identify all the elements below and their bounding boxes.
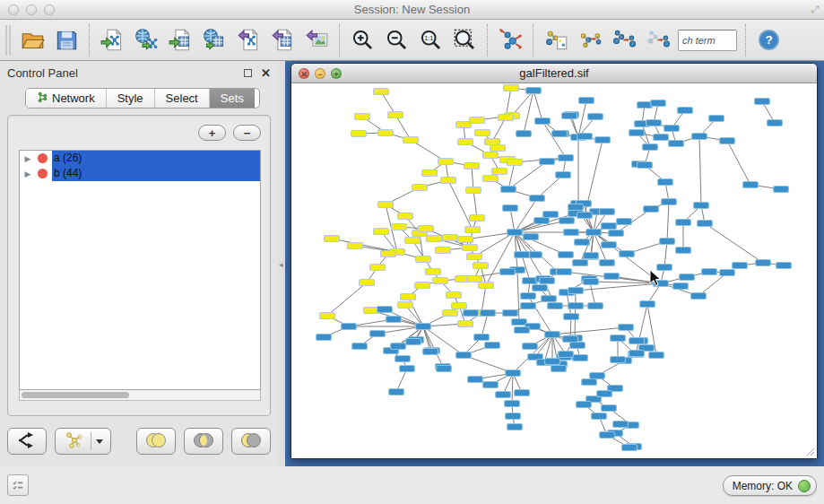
graph-node-blue[interactable]	[584, 253, 599, 259]
graph-node-blue[interactable]	[545, 359, 560, 365]
graph-node-yellow[interactable]	[504, 85, 519, 91]
graph-node-blue[interactable]	[600, 209, 615, 215]
graph-node-yellow[interactable]	[443, 310, 458, 317]
merge-networks-ghost-button[interactable]	[644, 24, 672, 56]
graph-node-yellow[interactable]	[392, 224, 407, 230]
graph-node-blue[interactable]	[317, 335, 332, 341]
graph-node-blue[interactable]	[423, 349, 438, 355]
graph-edge[interactable]	[423, 326, 443, 367]
graph-node-yellow[interactable]	[405, 238, 421, 244]
graph-node-yellow[interactable]	[427, 236, 442, 242]
graph-node-yellow[interactable]	[325, 236, 340, 242]
graph-node-yellow[interactable]	[426, 269, 441, 275]
graph-node-blue[interactable]	[676, 248, 691, 254]
zoom-out-button[interactable]	[382, 24, 411, 56]
intersect-sets-button[interactable]	[184, 428, 223, 455]
graph-node-yellow[interactable]	[441, 178, 456, 184]
graph-node-blue[interactable]	[496, 392, 511, 398]
graph-node-yellow[interactable]	[490, 145, 506, 152]
graph-node-yellow[interactable]	[452, 303, 467, 309]
graph-node-blue[interactable]	[570, 343, 585, 349]
import-table-file-button[interactable]	[166, 24, 195, 56]
import-table-url-button[interactable]	[200, 24, 229, 56]
difference-sets-button[interactable]	[231, 428, 271, 455]
graph-node-blue[interactable]	[638, 162, 653, 169]
tab-select[interactable]: Select	[155, 89, 210, 108]
graph-node-yellow[interactable]	[483, 152, 499, 159]
graph-node-blue[interactable]	[521, 293, 536, 300]
graph-node-blue[interactable]	[680, 274, 695, 281]
graph-node-blue[interactable]	[506, 413, 521, 420]
graph-node-blue[interactable]	[575, 239, 590, 246]
graph-node-yellow[interactable]	[355, 114, 370, 120]
graph-node-blue[interactable]	[568, 288, 584, 294]
graph-node-blue[interactable]	[568, 303, 584, 309]
expand-arrow-icon[interactable]: ▶	[20, 154, 36, 163]
help-button[interactable]: ?	[754, 24, 783, 56]
graph-node-blue[interactable]	[456, 352, 472, 359]
graph-node-blue[interactable]	[720, 138, 735, 144]
graph-node-blue[interactable]	[692, 134, 707, 140]
graph-node-blue[interactable]	[543, 212, 559, 218]
graph-node-blue[interactable]	[545, 332, 560, 338]
graph-edge[interactable]	[705, 223, 763, 263]
network-window-titlebar[interactable]: ✕ − + galFiltered.sif	[291, 64, 817, 83]
save-session-button[interactable]	[52, 24, 81, 56]
graph-node-blue[interactable]	[377, 307, 393, 313]
graph-node-blue[interactable]	[588, 114, 603, 120]
graph-node-blue[interactable]	[483, 382, 499, 388]
scrollbar-thumb[interactable]	[22, 392, 129, 398]
graph-node-yellow[interactable]	[351, 131, 367, 137]
task-history-button[interactable]	[7, 474, 29, 496]
graph-node-yellow[interactable]	[438, 159, 454, 165]
graph-node-blue[interactable]	[676, 220, 691, 226]
graph-node-blue[interactable]	[559, 155, 574, 161]
graph-node-blue[interactable]	[673, 283, 689, 290]
graph-node-blue[interactable]	[512, 319, 527, 326]
graph-node-blue[interactable]	[530, 196, 545, 202]
graph-edge[interactable]	[542, 121, 566, 158]
graph-node-yellow[interactable]	[458, 321, 473, 327]
graph-node-blue[interactable]	[586, 230, 602, 236]
graph-node-yellow[interactable]	[463, 245, 478, 251]
graph-node-yellow[interactable]	[458, 237, 473, 243]
graph-node-blue[interactable]	[551, 366, 567, 372]
graph-node-blue[interactable]	[698, 221, 713, 227]
graph-node-blue[interactable]	[474, 335, 490, 341]
zoom-in-button[interactable]	[348, 24, 377, 56]
graph-node-blue[interactable]	[629, 130, 645, 136]
graph-node-blue[interactable]	[559, 252, 574, 258]
graph-node-blue[interactable]	[756, 260, 771, 266]
memory-status-button[interactable]: Memory: OK	[723, 475, 817, 496]
graph-node-blue[interactable]	[651, 100, 666, 107]
split-sets-button[interactable]	[7, 428, 47, 455]
graph-node-blue[interactable]	[563, 336, 578, 343]
graph-node-blue[interactable]	[640, 301, 655, 308]
toolbar-drag-handle[interactable]	[5, 25, 11, 56]
graph-node-blue[interactable]	[516, 131, 532, 137]
graph-edge[interactable]	[473, 190, 477, 218]
graph-node-blue[interactable]	[557, 269, 572, 275]
graph-node-blue[interactable]	[562, 113, 577, 119]
graph-node-blue[interactable]	[600, 432, 615, 439]
graph-node-blue[interactable]	[507, 230, 523, 236]
close-panel-icon[interactable]: ✕	[261, 67, 271, 79]
graph-node-blue[interactable]	[776, 263, 792, 269]
graph-node-blue[interactable]	[437, 366, 452, 372]
graph-node-yellow[interactable]	[458, 139, 473, 145]
export-network-button[interactable]	[234, 24, 263, 56]
import-network-file-button[interactable]	[98, 24, 126, 56]
graph-node-yellow[interactable]	[485, 139, 500, 145]
graph-node-yellow[interactable]	[470, 215, 485, 222]
graph-node-blue[interactable]	[768, 120, 783, 126]
network-canvas[interactable]	[291, 83, 817, 458]
graph-node-blue[interactable]	[611, 335, 626, 342]
graph-node-blue[interactable]	[540, 278, 555, 284]
graph-edge[interactable]	[512, 373, 513, 404]
graph-node-blue[interactable]	[416, 324, 431, 330]
graph-node-yellow[interactable]	[398, 302, 413, 308]
graph-node-yellow[interactable]	[348, 243, 363, 249]
zoom-actual-button[interactable]: 1:1	[416, 24, 445, 56]
graph-node-blue[interactable]	[604, 274, 620, 280]
graph-node-blue[interactable]	[602, 405, 617, 412]
